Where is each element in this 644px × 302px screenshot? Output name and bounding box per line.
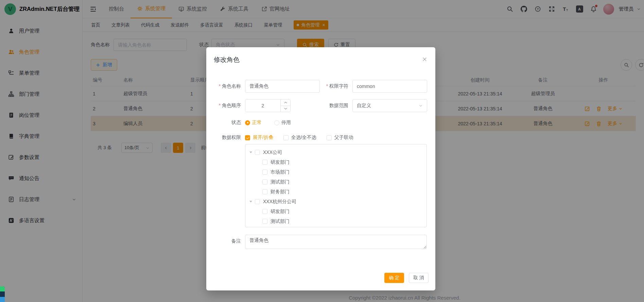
chevron-down-icon — [284, 108, 287, 110]
department-tree: XXX公司 研发部门 市场部门 测试部门 财务部门 XXX杭州分公司 研发部门 — [245, 144, 427, 227]
select-all-checkbox[interactable]: 全选/全不选 — [283, 135, 316, 141]
role-order-input[interactable] — [245, 100, 280, 112]
confirm-button[interactable]: 确 定 — [384, 273, 404, 283]
tree-node-label: XXX公司 — [263, 149, 282, 156]
stepper-buttons — [280, 100, 290, 112]
form-row-remark: 备注 普通角色 — [213, 235, 429, 249]
tree-node-label: 研发部门 — [271, 159, 290, 165]
dialog-title: 修改角色 — [213, 54, 429, 64]
checkbox-unchecked-icon[interactable] — [255, 150, 260, 155]
checkbox-unchecked-icon[interactable] — [262, 170, 267, 175]
tree-node-label: 研发部门 — [271, 209, 290, 215]
dialog-close-button[interactable] — [422, 57, 427, 62]
role-name-input[interactable] — [245, 80, 320, 93]
checkbox-unchecked-icon[interactable] — [262, 219, 267, 224]
checkbox-unchecked-icon[interactable] — [255, 199, 260, 204]
role-key-input[interactable] — [352, 80, 427, 93]
dialog-footer: 确 定 取 消 — [384, 273, 429, 283]
status-disabled-label: 停用 — [281, 120, 291, 126]
remark-textarea[interactable]: 普通角色 — [245, 235, 427, 249]
corner-widget-bar — [0, 286, 5, 291]
chevron-down-icon — [419, 104, 423, 108]
role-order-label: 角色顺序 — [213, 103, 241, 109]
status-label: 状态 — [213, 120, 241, 126]
tree-node-label: 市场部门 — [271, 169, 290, 175]
corner-widget-bar — [0, 297, 5, 302]
data-scope-select[interactable]: 自定义 — [352, 99, 427, 112]
form-row-permissions: 数据权限 展开/折叠 全选/全不选 父子联动 — [213, 135, 429, 141]
status-normal-option[interactable]: 正常 — [245, 120, 262, 126]
tree-node-dept[interactable]: 研发部门 — [245, 207, 427, 216]
tree-node-label: 测试部门 — [271, 179, 290, 185]
stepper-up-button[interactable] — [281, 100, 290, 106]
checkbox-unchecked-icon — [283, 135, 289, 140]
select-all-label: 全选/全不选 — [291, 135, 316, 141]
checkbox-unchecked-icon — [327, 135, 332, 140]
remark-label: 备注 — [213, 238, 241, 244]
tree-node-branch-company[interactable]: XXX杭州分公司 — [245, 197, 427, 207]
chevron-up-icon — [284, 102, 287, 104]
corner-widget[interactable] — [0, 286, 5, 302]
tree-node-dept[interactable]: 研发部门 — [245, 157, 427, 167]
tree-node-label: 测试部门 — [271, 218, 290, 225]
role-order-stepper — [245, 99, 291, 112]
expand-collapse-label: 展开/折叠 — [253, 135, 273, 141]
form-row-order-scope: 角色顺序 数据范围 自定义 — [213, 99, 429, 112]
status-disabled-option[interactable]: 停用 — [274, 120, 291, 126]
checkbox-unchecked-icon[interactable] — [262, 160, 267, 165]
tree-node-label: XXX杭州分公司 — [263, 199, 296, 205]
form-row-status: 状态 正常 停用 — [213, 120, 429, 126]
tree-node-dept[interactable]: 市场部门 — [245, 167, 427, 177]
role-key-label: 权限字符 — [324, 83, 348, 89]
role-name-label: 角色名称 — [213, 83, 241, 89]
radio-checked-icon — [245, 120, 250, 125]
checkbox-checked-icon — [245, 135, 250, 140]
edit-role-dialog: 修改角色 角色名称 权限字符 角色顺序 数据范围 自定义 — [206, 47, 435, 290]
tree-node-dept[interactable]: 财务部门 — [245, 187, 427, 197]
close-icon — [422, 57, 427, 62]
parent-child-link-label: 父子联动 — [334, 135, 353, 141]
tree-node-dept[interactable]: 测试部门 — [245, 216, 427, 226]
data-permission-label: 数据权限 — [213, 135, 241, 141]
tree-node-dept[interactable]: 测试部门 — [245, 177, 427, 187]
data-scope-value: 自定义 — [357, 103, 371, 109]
tree-expand-caret-icon[interactable] — [249, 201, 252, 202]
status-radio-group: 正常 停用 — [245, 120, 427, 126]
form-row-name-key: 角色名称 权限字符 — [213, 80, 429, 93]
status-normal-label: 正常 — [252, 120, 262, 126]
radio-unchecked-icon — [274, 120, 279, 125]
tree-node-company[interactable]: XXX公司 — [245, 147, 427, 157]
corner-widget-bar — [0, 291, 5, 297]
tree-node-label: 财务部门 — [271, 189, 290, 195]
expand-collapse-checkbox[interactable]: 展开/折叠 — [245, 135, 273, 141]
cancel-button[interactable]: 取 消 — [409, 273, 429, 283]
parent-child-link-checkbox[interactable]: 父子联动 — [327, 135, 353, 141]
tree-expand-caret-icon[interactable] — [249, 152, 252, 153]
checkbox-unchecked-icon[interactable] — [262, 189, 267, 194]
data-scope-label: 数据范围 — [324, 103, 348, 109]
checkbox-unchecked-icon[interactable] — [262, 179, 267, 184]
permission-checkbox-group: 展开/折叠 全选/全不选 父子联动 — [245, 135, 427, 141]
stepper-down-button[interactable] — [281, 106, 290, 112]
checkbox-unchecked-icon[interactable] — [262, 209, 267, 214]
